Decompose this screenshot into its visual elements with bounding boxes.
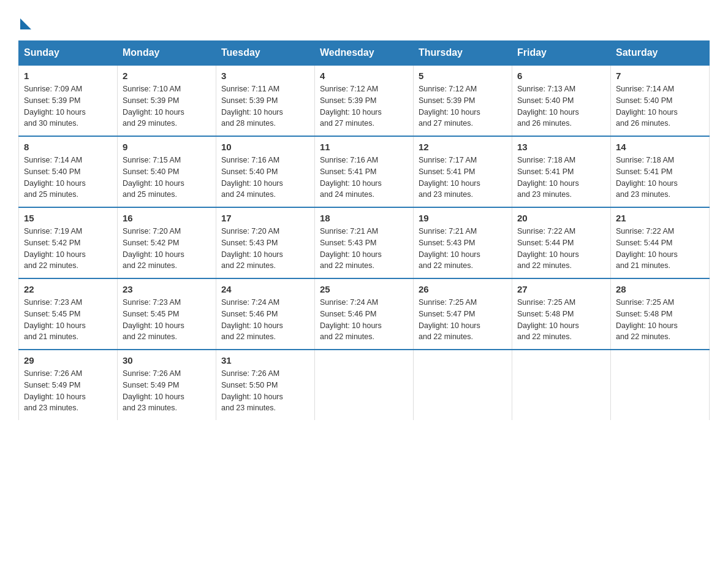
day-info: Sunrise: 7:10 AMSunset: 5:39 PMDaylight:… — [123, 83, 211, 129]
day-number: 1 — [24, 71, 112, 81]
calendar-cell: 1Sunrise: 7:09 AMSunset: 5:39 PMDaylight… — [19, 65, 118, 136]
calendar-cell: 3Sunrise: 7:11 AMSunset: 5:39 PMDaylight… — [216, 65, 315, 136]
day-info: Sunrise: 7:18 AMSunset: 5:41 PMDaylight:… — [616, 155, 704, 201]
calendar-cell — [512, 350, 611, 420]
day-number: 5 — [419, 71, 507, 81]
day-number: 9 — [123, 142, 211, 152]
day-info: Sunrise: 7:24 AMSunset: 5:46 PMDaylight:… — [320, 297, 408, 343]
calendar-cell — [611, 350, 710, 420]
day-number: 29 — [24, 355, 112, 366]
calendar-cell — [414, 350, 512, 420]
header-saturday: Saturday — [611, 41, 710, 66]
day-number: 17 — [221, 213, 309, 223]
day-number: 20 — [517, 213, 605, 223]
calendar-cell: 20Sunrise: 7:22 AMSunset: 5:44 PMDayligh… — [512, 207, 611, 278]
calendar-cell: 31Sunrise: 7:26 AMSunset: 5:50 PMDayligh… — [216, 350, 315, 420]
week-row-4: 22Sunrise: 7:23 AMSunset: 5:45 PMDayligh… — [19, 278, 710, 350]
calendar-cell: 18Sunrise: 7:21 AMSunset: 5:43 PMDayligh… — [315, 207, 414, 278]
header-tuesday: Tuesday — [216, 41, 315, 66]
calendar-cell: 5Sunrise: 7:12 AMSunset: 5:39 PMDaylight… — [414, 65, 512, 136]
day-info: Sunrise: 7:20 AMSunset: 5:43 PMDaylight:… — [221, 226, 309, 272]
calendar-cell: 13Sunrise: 7:18 AMSunset: 5:41 PMDayligh… — [512, 136, 611, 207]
calendar-body: 1Sunrise: 7:09 AMSunset: 5:39 PMDaylight… — [19, 65, 710, 420]
day-number: 25 — [320, 284, 408, 294]
header-thursday: Thursday — [414, 41, 512, 66]
week-row-1: 1Sunrise: 7:09 AMSunset: 5:39 PMDaylight… — [19, 65, 710, 136]
week-row-5: 29Sunrise: 7:26 AMSunset: 5:49 PMDayligh… — [19, 350, 710, 420]
day-info: Sunrise: 7:22 AMSunset: 5:44 PMDaylight:… — [517, 226, 605, 272]
calendar-table: SundayMondayTuesdayWednesdayThursdayFrid… — [18, 40, 710, 420]
day-info: Sunrise: 7:15 AMSunset: 5:40 PMDaylight:… — [123, 155, 211, 201]
header-sunday: Sunday — [19, 41, 118, 66]
day-info: Sunrise: 7:13 AMSunset: 5:40 PMDaylight:… — [517, 83, 605, 129]
calendar-cell: 4Sunrise: 7:12 AMSunset: 5:39 PMDaylight… — [315, 65, 414, 136]
day-number: 16 — [123, 213, 211, 223]
logo-triangle-icon — [20, 18, 31, 29]
calendar-cell: 16Sunrise: 7:20 AMSunset: 5:42 PMDayligh… — [118, 207, 216, 278]
day-info: Sunrise: 7:14 AMSunset: 5:40 PMDaylight:… — [24, 155, 112, 201]
header-wednesday: Wednesday — [315, 41, 414, 66]
day-number: 22 — [24, 284, 112, 294]
day-number: 3 — [221, 71, 309, 81]
calendar-cell: 11Sunrise: 7:16 AMSunset: 5:41 PMDayligh… — [315, 136, 414, 207]
calendar-cell: 26Sunrise: 7:25 AMSunset: 5:47 PMDayligh… — [414, 278, 512, 350]
day-number: 13 — [517, 142, 605, 152]
day-number: 14 — [616, 142, 704, 152]
calendar-cell: 21Sunrise: 7:22 AMSunset: 5:44 PMDayligh… — [611, 207, 710, 278]
day-number: 6 — [517, 71, 605, 81]
day-info: Sunrise: 7:16 AMSunset: 5:41 PMDaylight:… — [320, 155, 408, 201]
week-row-3: 15Sunrise: 7:19 AMSunset: 5:42 PMDayligh… — [19, 207, 710, 278]
day-number: 31 — [221, 355, 309, 366]
day-info: Sunrise: 7:26 AMSunset: 5:50 PMDaylight:… — [221, 368, 309, 414]
header-friday: Friday — [512, 41, 611, 66]
calendar-cell: 10Sunrise: 7:16 AMSunset: 5:40 PMDayligh… — [216, 136, 315, 207]
day-number: 10 — [221, 142, 309, 152]
calendar-cell: 23Sunrise: 7:23 AMSunset: 5:45 PMDayligh… — [118, 278, 216, 350]
calendar-cell: 30Sunrise: 7:26 AMSunset: 5:49 PMDayligh… — [118, 350, 216, 420]
day-info: Sunrise: 7:20 AMSunset: 5:42 PMDaylight:… — [123, 226, 211, 272]
day-number: 11 — [320, 142, 408, 152]
day-number: 2 — [123, 71, 211, 81]
calendar-header: SundayMondayTuesdayWednesdayThursdayFrid… — [19, 41, 710, 66]
header-monday: Monday — [118, 41, 216, 66]
calendar-cell: 7Sunrise: 7:14 AMSunset: 5:40 PMDaylight… — [611, 65, 710, 136]
day-info: Sunrise: 7:19 AMSunset: 5:42 PMDaylight:… — [24, 226, 112, 272]
day-number: 28 — [616, 284, 704, 294]
calendar-cell: 2Sunrise: 7:10 AMSunset: 5:39 PMDaylight… — [118, 65, 216, 136]
day-info: Sunrise: 7:25 AMSunset: 5:48 PMDaylight:… — [616, 297, 704, 343]
calendar-cell: 28Sunrise: 7:25 AMSunset: 5:48 PMDayligh… — [611, 278, 710, 350]
calendar-cell: 6Sunrise: 7:13 AMSunset: 5:40 PMDaylight… — [512, 65, 611, 136]
calendar-cell: 14Sunrise: 7:18 AMSunset: 5:41 PMDayligh… — [611, 136, 710, 207]
day-number: 27 — [517, 284, 605, 294]
week-row-2: 8Sunrise: 7:14 AMSunset: 5:40 PMDaylight… — [19, 136, 710, 207]
day-info: Sunrise: 7:11 AMSunset: 5:39 PMDaylight:… — [221, 83, 309, 129]
calendar-cell: 12Sunrise: 7:17 AMSunset: 5:41 PMDayligh… — [414, 136, 512, 207]
day-info: Sunrise: 7:12 AMSunset: 5:39 PMDaylight:… — [419, 83, 507, 129]
calendar-cell: 24Sunrise: 7:24 AMSunset: 5:46 PMDayligh… — [216, 278, 315, 350]
calendar-cell: 17Sunrise: 7:20 AMSunset: 5:43 PMDayligh… — [216, 207, 315, 278]
calendar-cell: 19Sunrise: 7:21 AMSunset: 5:43 PMDayligh… — [414, 207, 512, 278]
day-number: 26 — [419, 284, 507, 294]
calendar-cell: 15Sunrise: 7:19 AMSunset: 5:42 PMDayligh… — [19, 207, 118, 278]
day-info: Sunrise: 7:21 AMSunset: 5:43 PMDaylight:… — [320, 226, 408, 272]
day-info: Sunrise: 7:25 AMSunset: 5:47 PMDaylight:… — [419, 297, 507, 343]
day-number: 23 — [123, 284, 211, 294]
logo — [18, 18, 31, 29]
day-info: Sunrise: 7:26 AMSunset: 5:49 PMDaylight:… — [24, 368, 112, 414]
calendar-cell: 29Sunrise: 7:26 AMSunset: 5:49 PMDayligh… — [19, 350, 118, 420]
day-info: Sunrise: 7:23 AMSunset: 5:45 PMDaylight:… — [24, 297, 112, 343]
calendar-cell: 8Sunrise: 7:14 AMSunset: 5:40 PMDaylight… — [19, 136, 118, 207]
day-info: Sunrise: 7:24 AMSunset: 5:46 PMDaylight:… — [221, 297, 309, 343]
calendar-cell: 27Sunrise: 7:25 AMSunset: 5:48 PMDayligh… — [512, 278, 611, 350]
calendar-cell: 25Sunrise: 7:24 AMSunset: 5:46 PMDayligh… — [315, 278, 414, 350]
calendar-cell — [315, 350, 414, 420]
day-number: 12 — [419, 142, 507, 152]
day-info: Sunrise: 7:16 AMSunset: 5:40 PMDaylight:… — [221, 155, 309, 201]
day-number: 19 — [419, 213, 507, 223]
day-number: 24 — [221, 284, 309, 294]
day-info: Sunrise: 7:26 AMSunset: 5:49 PMDaylight:… — [123, 368, 211, 414]
day-number: 21 — [616, 213, 704, 223]
day-number: 7 — [616, 71, 704, 81]
header — [18, 12, 710, 29]
day-info: Sunrise: 7:22 AMSunset: 5:44 PMDaylight:… — [616, 226, 704, 272]
